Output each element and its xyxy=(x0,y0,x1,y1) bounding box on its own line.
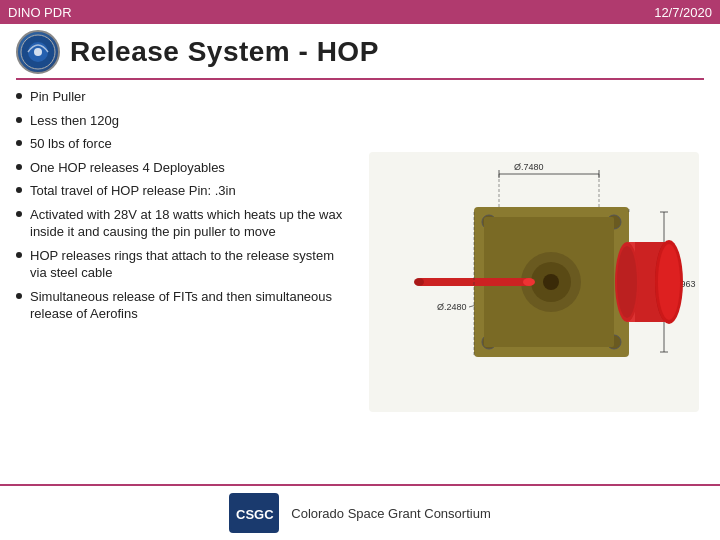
bullet-text: One HOP releases 4 Deployables xyxy=(30,159,225,177)
bullet-text: Activated with 28V at 18 watts which hea… xyxy=(30,206,354,241)
page-title: Release System - HOP xyxy=(70,36,379,68)
title-bar: Release System - HOP xyxy=(16,24,704,80)
bullet-icon xyxy=(16,164,22,170)
bullet-text: HOP releases rings that attach to the re… xyxy=(30,247,354,282)
bullet-icon xyxy=(16,117,22,123)
content-area: Pin Puller Less then 120g 50 lbs of forc… xyxy=(16,80,704,484)
footer: CSGC Colorado Space Grant Consortium xyxy=(0,484,720,540)
bullet-icon xyxy=(16,293,22,299)
bullet-text: Total travel of HOP release Pin: .3in xyxy=(30,182,236,200)
header-title: DINO PDR xyxy=(8,5,72,20)
list-item: Activated with 28V at 18 watts which hea… xyxy=(16,206,354,241)
list-item: One HOP releases 4 Deployables xyxy=(16,159,354,177)
bullet-icon xyxy=(16,252,22,258)
hop-diagram-svg: Ø.7480 2.2963 .3000 Ø.2480 xyxy=(369,152,699,412)
svg-text:Ø.7480: Ø.7480 xyxy=(514,162,544,172)
svg-point-30 xyxy=(617,246,637,318)
bullet-icon xyxy=(16,211,22,217)
svg-text:Ø.2480: Ø.2480 xyxy=(437,302,467,312)
bullet-icon xyxy=(16,93,22,99)
logo-icon xyxy=(16,30,60,74)
list-item: 50 lbs of force xyxy=(16,135,354,153)
svg-point-32 xyxy=(658,244,680,320)
footer-text: Colorado Space Grant Consortium xyxy=(291,506,490,521)
bullet-text: 50 lbs of force xyxy=(30,135,112,153)
svg-point-34 xyxy=(523,278,535,286)
hop-diagram-area: Ø.7480 2.2963 .3000 Ø.2480 xyxy=(364,88,704,476)
bullet-text: Pin Puller xyxy=(30,88,86,106)
svg-point-2 xyxy=(34,48,42,56)
header-bar: DINO PDR 12/7/2020 xyxy=(0,0,720,24)
bullet-icon xyxy=(16,140,22,146)
bullet-text: Less then 120g xyxy=(30,112,119,130)
bullet-icon xyxy=(16,187,22,193)
bullet-text: Simultaneous release of FITs and then si… xyxy=(30,288,354,323)
list-item: Pin Puller xyxy=(16,88,354,106)
list-item: Less then 120g xyxy=(16,112,354,130)
svg-point-35 xyxy=(414,278,424,286)
svg-text:CSGC: CSGC xyxy=(236,507,274,522)
svg-point-24 xyxy=(543,274,559,290)
header-date: 12/7/2020 xyxy=(654,5,712,20)
list-item: HOP releases rings that attach to the re… xyxy=(16,247,354,282)
main-content: Release System - HOP Pin Puller Less the… xyxy=(0,24,720,484)
footer-logo: CSGC xyxy=(229,493,279,533)
bullet-list: Pin Puller Less then 120g 50 lbs of forc… xyxy=(16,88,354,476)
list-item: Total travel of HOP release Pin: .3in xyxy=(16,182,354,200)
list-item: Simultaneous release of FITs and then si… xyxy=(16,288,354,323)
